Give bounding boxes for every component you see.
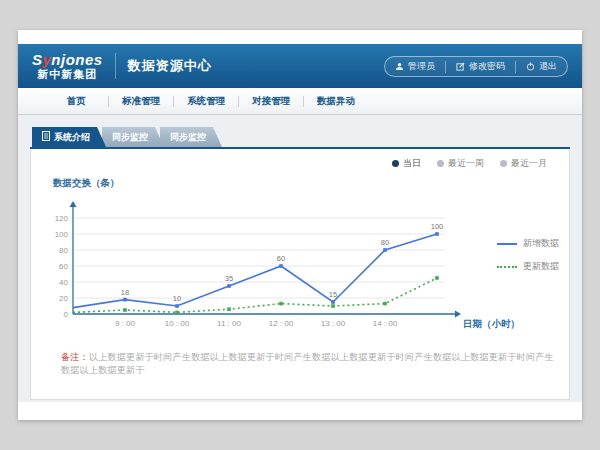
svg-text:9 : 00: 9 : 00 <box>115 319 136 328</box>
y-axis-title: 数据交换（条） <box>53 177 120 190</box>
brand-logo: Synjones 新中新集团 <box>32 52 103 80</box>
svg-text:80: 80 <box>59 246 68 255</box>
content-area: 系统介绍 同步监控 同步监控 当日 最近一周 <box>18 115 582 402</box>
tab-sync-monitor-1[interactable]: 同步监控 <box>102 127 164 147</box>
tab-label: 同步监控 <box>170 131 206 144</box>
svg-text:60: 60 <box>277 254 285 263</box>
filter-label: 最近一月 <box>511 157 547 170</box>
svg-text:100: 100 <box>431 222 444 231</box>
legend-line-sample <box>497 266 517 268</box>
svg-text:120: 120 <box>55 214 69 223</box>
svg-text:日期（小时）: 日期（小时） <box>463 318 520 330</box>
footnote: 备注：以上数据更新于时间产生数据以上数据更新于时间产生数据以上数据更新于时间产生… <box>61 351 555 377</box>
nav-item-system-mgmt[interactable]: 系统管理 <box>174 88 238 114</box>
filter-label: 最近一周 <box>448 157 484 170</box>
footnote-prefix: 备注： <box>61 352 89 362</box>
svg-text:14 : 00: 14 : 00 <box>373 319 398 328</box>
filter-last-week[interactable]: 最近一周 <box>437 157 484 170</box>
time-range-filters: 当日 最近一周 最近一月 <box>392 157 547 170</box>
user-actions: 管理员 修改密码 退出 <box>384 56 568 77</box>
nav-item-standard-mgmt[interactable]: 标准管理 <box>109 88 173 114</box>
change-password-label: 修改密码 <box>469 60 505 73</box>
chart-panel: 当日 最近一周 最近一月 数据交换（条） 0204060801001209 : … <box>30 149 570 400</box>
svg-text:10: 10 <box>173 294 181 303</box>
legend-label: 新增数据 <box>523 237 559 250</box>
svg-text:15: 15 <box>329 290 337 299</box>
power-icon <box>526 62 535 71</box>
top-strip <box>18 30 582 44</box>
app-window: Synjones 新中新集团 数据资源中心 管理员 修改密码 <box>18 30 582 420</box>
app-header: Synjones 新中新集团 数据资源中心 管理员 修改密码 <box>18 44 582 88</box>
header-divider <box>115 53 116 79</box>
change-password-button[interactable]: 修改密码 <box>446 60 515 73</box>
logo-latin: Synjones <box>32 52 103 67</box>
nav-item-home[interactable]: 首页 <box>44 88 108 114</box>
svg-text:35: 35 <box>225 274 233 283</box>
svg-text:0: 0 <box>64 310 69 319</box>
filter-last-month[interactable]: 最近一月 <box>500 157 547 170</box>
logo-subtitle: 新中新集团 <box>37 69 97 80</box>
svg-text:13 : 00: 13 : 00 <box>321 319 346 328</box>
legend-item-new-data[interactable]: 新增数据 <box>497 237 559 250</box>
tab-system-intro[interactable]: 系统介绍 <box>32 127 106 147</box>
logo-part2: njones <box>51 51 102 68</box>
svg-text:100: 100 <box>55 230 69 239</box>
logo-part1: S <box>32 51 43 68</box>
legend-label: 更新数据 <box>523 260 559 273</box>
svg-text:60: 60 <box>59 262 68 271</box>
svg-text:12 : 00: 12 : 00 <box>269 319 294 328</box>
edit-icon <box>456 62 465 71</box>
filter-label: 当日 <box>403 157 421 170</box>
tab-label: 系统介绍 <box>54 131 90 144</box>
svg-text:10 : 00: 10 : 00 <box>165 319 190 328</box>
filter-today[interactable]: 当日 <box>392 157 421 170</box>
radio-dot-icon <box>392 160 399 167</box>
svg-text:18: 18 <box>121 288 129 297</box>
svg-text:11 : 00: 11 : 00 <box>217 319 241 328</box>
nav-item-data-change[interactable]: 数据异动 <box>304 88 368 114</box>
legend-line-sample <box>497 243 517 245</box>
svg-text:20: 20 <box>59 294 68 303</box>
footnote-text: 以上数据更新于时间产生数据以上数据更新于时间产生数据以上数据更新于时间产生数据以… <box>61 352 554 375</box>
admin-user-button[interactable]: 管理员 <box>385 60 445 73</box>
svg-text:40: 40 <box>59 278 68 287</box>
line-chart: 0204060801001209 : 0010 : 0011 : 0012 : … <box>47 197 525 339</box>
page-title: 数据资源中心 <box>128 57 212 75</box>
svg-text:80: 80 <box>381 238 389 247</box>
tab-sync-monitor-2[interactable]: 同步监控 <box>160 127 222 147</box>
logout-button[interactable]: 退出 <box>516 60 567 73</box>
nav-item-interface-mgmt[interactable]: 对接管理 <box>239 88 303 114</box>
legend-item-updated-data[interactable]: 更新数据 <box>497 260 559 273</box>
logout-label: 退出 <box>539 60 557 73</box>
main-nav: 首页 标准管理 系统管理 对接管理 数据异动 <box>18 88 582 115</box>
admin-user-label: 管理员 <box>408 60 435 73</box>
user-icon <box>395 62 404 71</box>
document-icon <box>42 131 50 143</box>
chart-legend: 新增数据 更新数据 <box>497 237 559 273</box>
radio-dot-icon <box>500 160 507 167</box>
radio-dot-icon <box>437 160 444 167</box>
tab-bar: 系统介绍 同步监控 同步监控 <box>32 127 570 147</box>
tab-label: 同步监控 <box>112 131 148 144</box>
